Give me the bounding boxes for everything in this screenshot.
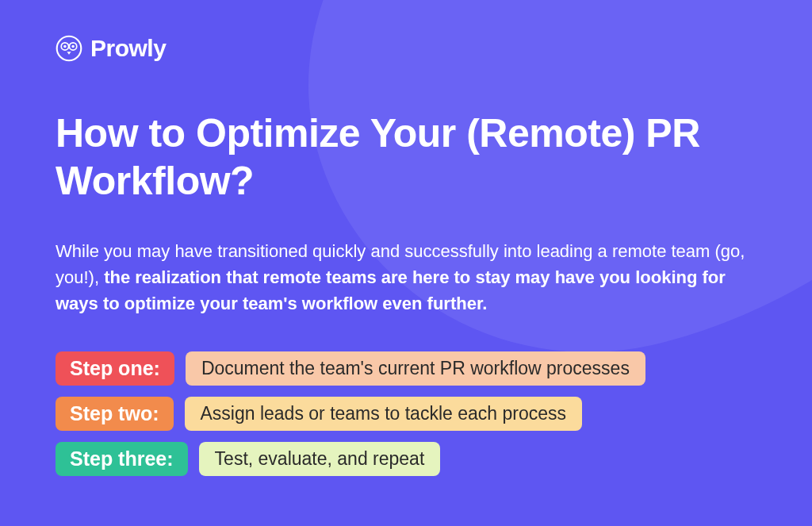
intro-text: While you may have transitioned quickly … <box>56 238 753 317</box>
step-two-label: Step two: <box>56 397 174 431</box>
step-one-label: Step one: <box>56 351 174 386</box>
intro-bold: the realization that remote teams are he… <box>56 267 726 313</box>
svg-point-3 <box>63 45 66 48</box>
brand-name: Prowly <box>90 35 166 62</box>
step-three-desc: Test, evaluate, and repeat <box>199 442 441 476</box>
content-container: Prowly How to Optimize Your (Remote) PR … <box>0 0 812 476</box>
brand-logo: Prowly <box>56 35 756 62</box>
step-row: Step one: Document the team's current PR… <box>56 351 756 386</box>
steps-list: Step one: Document the team's current PR… <box>56 351 756 476</box>
svg-point-4 <box>71 45 74 48</box>
owl-icon <box>56 35 82 62</box>
page-title: How to Optimize Your (Remote) PR Workflo… <box>56 109 756 205</box>
step-row: Step two: Assign leads or teams to tackl… <box>56 397 756 431</box>
step-two-desc: Assign leads or teams to tackle each pro… <box>185 397 583 431</box>
step-three-label: Step three: <box>56 442 188 476</box>
step-row: Step three: Test, evaluate, and repeat <box>56 442 756 476</box>
svg-point-0 <box>57 36 82 61</box>
step-one-desc: Document the team's current PR workflow … <box>186 351 645 386</box>
